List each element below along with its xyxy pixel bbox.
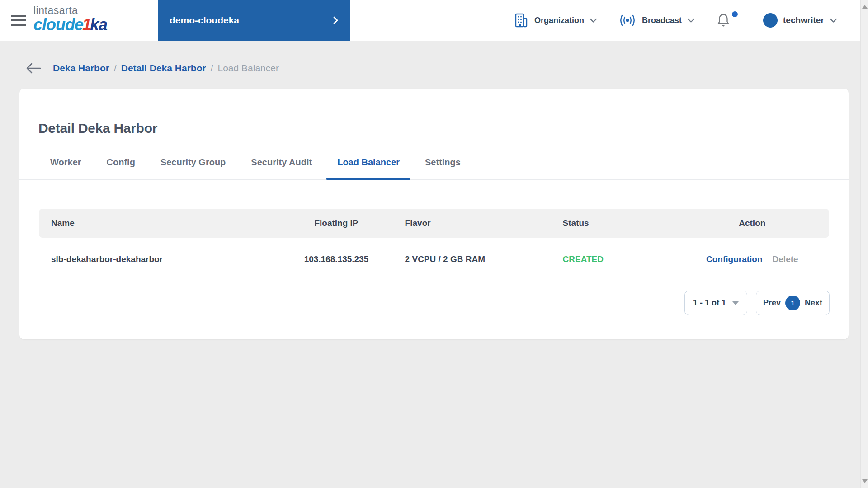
load-balancer-table: Name Floating IP Flavor Status Action sl… <box>39 209 829 272</box>
top-header: lintasarta cloude1ka demo-cloudeka Organ… <box>0 0 868 41</box>
breadcrumb-link-deka-harbor[interactable]: Deka Harbor <box>53 63 109 74</box>
next-button[interactable]: Next <box>805 298 822 308</box>
tab-load-balancer[interactable]: Load Balancer <box>326 156 410 179</box>
bell-icon <box>717 13 730 28</box>
breadcrumb: Deka Harbor / Detail Deka Harbor / Load … <box>0 61 868 75</box>
user-avatar <box>763 13 778 28</box>
project-name-label: demo-cloudeka <box>170 15 239 26</box>
username-label: techwriter <box>783 15 824 25</box>
tab-security-audit[interactable]: Security Audit <box>240 156 323 179</box>
chevron-down-icon <box>590 18 597 23</box>
notification-badge <box>732 11 738 17</box>
chevron-right-icon <box>333 16 339 25</box>
breadcrumb-separator: / <box>211 63 213 74</box>
logo-cloudeka-text: cloude1ka <box>33 17 107 33</box>
broadcast-signal-icon <box>618 14 637 27</box>
tab-worker[interactable]: Worker <box>39 156 92 179</box>
brand-logo: lintasarta cloude1ka <box>33 5 107 33</box>
table-header-row: Name Floating IP Flavor Status Action <box>39 209 829 238</box>
prev-button[interactable]: Prev <box>763 298 781 308</box>
detail-card: Detail Deka Harbor Worker Config Securit… <box>19 89 849 339</box>
hamburger-menu-icon[interactable] <box>11 15 26 26</box>
chevron-down-icon <box>830 18 837 23</box>
range-label: 1 - 1 of 1 <box>693 298 726 308</box>
tab-security-group[interactable]: Security Group <box>150 156 236 179</box>
organization-building-icon <box>514 12 529 28</box>
tab-settings[interactable]: Settings <box>414 156 472 179</box>
pager: Prev 1 Next <box>756 291 830 315</box>
breadcrumb-current-load-balancer: Load Balancer <box>217 63 278 74</box>
project-selector-button[interactable]: demo-cloudeka <box>158 0 350 41</box>
rows-per-page-dropdown[interactable]: 1 - 1 of 1 <box>684 291 747 315</box>
cell-floating-ip: 103.168.135.235 <box>268 254 405 264</box>
column-header-name: Name <box>51 218 268 228</box>
cell-flavor: 2 VCPU / 2 GB RAM <box>405 254 563 264</box>
arrow-left-icon <box>25 62 42 74</box>
breadcrumb-separator: / <box>114 63 117 74</box>
column-header-flavor: Flavor <box>405 218 563 228</box>
current-page-button[interactable]: 1 <box>785 296 800 310</box>
broadcast-dropdown[interactable]: Broadcast <box>618 0 695 41</box>
chevron-down-icon <box>687 18 695 23</box>
tab-bar: Worker Config Security Group Security Au… <box>19 156 849 180</box>
status-badge: CREATED <box>563 254 688 264</box>
notifications-button[interactable] <box>717 13 739 31</box>
organization-dropdown[interactable]: Organization <box>514 0 597 41</box>
back-button[interactable] <box>25 62 42 74</box>
scroll-down-arrow-icon[interactable] <box>862 479 868 483</box>
column-header-floating-ip: Floating IP <box>268 218 405 228</box>
delete-link[interactable]: Delete <box>773 254 798 264</box>
user-menu[interactable]: techwriter <box>763 0 837 41</box>
table-row: slb-dekaharbor-dekaharbor 103.168.135.23… <box>39 247 829 272</box>
organization-label: Organization <box>534 16 584 25</box>
configuration-link[interactable]: Configuration <box>706 254 763 264</box>
pagination: 1 - 1 of 1 Prev 1 Next <box>19 291 830 315</box>
page-title: Detail Deka Harbor <box>38 120 849 136</box>
cell-actions: Configuration Delete <box>688 254 817 264</box>
logo-lintasarta-text: lintasarta <box>33 5 107 16</box>
broadcast-label: Broadcast <box>642 16 682 25</box>
cell-name: slb-dekaharbor-dekaharbor <box>51 254 268 264</box>
column-header-action: Action <box>688 218 817 228</box>
vertical-scrollbar[interactable] <box>860 0 868 488</box>
breadcrumb-link-detail-deka-harbor[interactable]: Detail Deka Harbor <box>121 63 206 74</box>
column-header-status: Status <box>563 218 688 228</box>
tab-config[interactable]: Config <box>96 156 146 179</box>
caret-down-icon <box>732 301 739 305</box>
scroll-up-arrow-icon[interactable] <box>862 5 868 9</box>
